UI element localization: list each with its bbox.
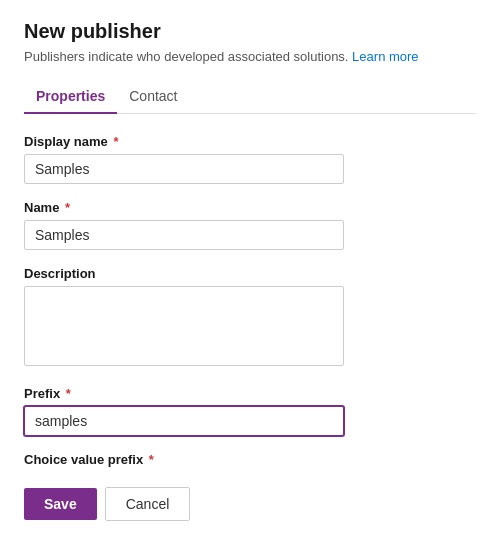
description-textarea[interactable]	[24, 286, 344, 366]
learn-more-link[interactable]: Learn more	[352, 49, 418, 64]
display-name-group: Display name *	[24, 134, 476, 184]
description-label: Description	[24, 266, 476, 281]
subtitle-text: Publishers indicate who developed associ…	[24, 49, 348, 64]
name-group: Name *	[24, 200, 476, 250]
display-name-label: Display name *	[24, 134, 476, 149]
prefix-input[interactable]	[24, 406, 344, 436]
prefix-label: Prefix *	[24, 386, 476, 401]
description-group: Description	[24, 266, 476, 370]
tab-bar: Properties Contact	[24, 80, 476, 114]
choice-value-prefix-required: *	[145, 452, 154, 467]
prefix-required: *	[62, 386, 71, 401]
cancel-button[interactable]: Cancel	[105, 487, 191, 521]
choice-value-prefix-label: Choice value prefix *	[24, 452, 476, 467]
display-name-input[interactable]	[24, 154, 344, 184]
name-label: Name *	[24, 200, 476, 215]
page-subtitle: Publishers indicate who developed associ…	[24, 49, 476, 64]
button-row: Save Cancel	[24, 487, 476, 521]
name-required: *	[61, 200, 70, 215]
name-input[interactable]	[24, 220, 344, 250]
save-button[interactable]: Save	[24, 488, 97, 520]
page-title: New publisher	[24, 20, 476, 43]
display-name-required: *	[110, 134, 119, 149]
prefix-group: Prefix *	[24, 386, 476, 436]
tab-contact[interactable]: Contact	[117, 80, 189, 114]
choice-value-prefix-group: Choice value prefix *	[24, 452, 476, 467]
tab-properties[interactable]: Properties	[24, 80, 117, 114]
